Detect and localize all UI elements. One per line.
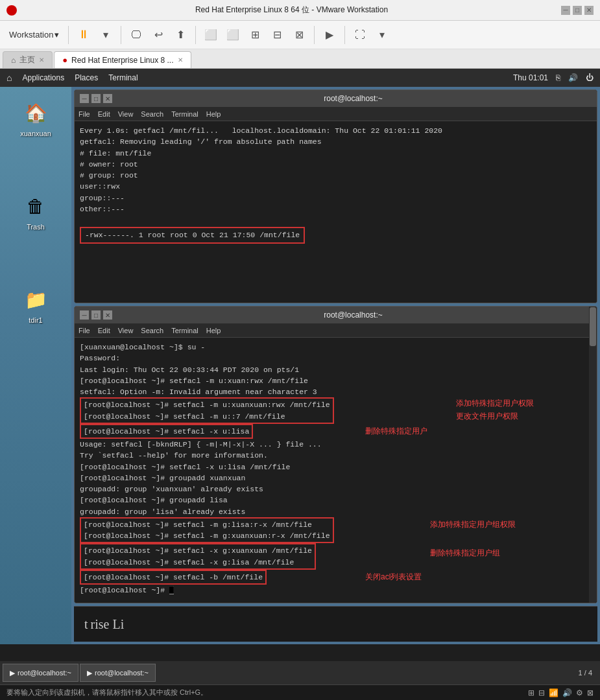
term2-line-4: setfacl: Option -m: Invalid argument nea…: [80, 386, 592, 397]
gnome-applications[interactable]: Applications: [22, 73, 64, 82]
term1-close[interactable]: ✕: [103, 94, 112, 103]
title-bar: Red Hat Enterprise Linux 8 64 位 - VMware…: [0, 0, 600, 21]
term2-line-14: groupadd: group 'lisa' already exists: [80, 506, 592, 517]
term2-line-6: [root@localhost ~]# setfacl -m u::7 /mnt…: [84, 411, 330, 422]
term2-line-16: [root@localhost ~]# setfacl -m g:xuanxua…: [84, 530, 330, 541]
toolbar-btn-9[interactable]: ⊟: [267, 25, 287, 45]
term1-menu-search[interactable]: Search: [141, 110, 163, 118]
taskbar-item-2[interactable]: ▶ root@localhost:~: [80, 664, 156, 682]
toolbar-btn-4[interactable]: ↩: [149, 25, 168, 45]
bottom-partial-text: t rise Li: [74, 606, 597, 642]
term1-menu-view[interactable]: View: [118, 110, 134, 118]
term1-line8: group::---: [80, 192, 592, 204]
toolbar-btn-3[interactable]: 🖵: [126, 25, 146, 45]
term1-maximize[interactable]: □: [91, 94, 101, 103]
gnome-audio-icon[interactable]: 🔊: [568, 73, 578, 82]
term2-scrollbar[interactable]: [589, 307, 597, 603]
gnome-network-icon: ⎘: [556, 73, 560, 82]
term2-menu-terminal[interactable]: Terminal: [171, 327, 198, 334]
gnome-terminal-menu[interactable]: Terminal: [108, 73, 138, 82]
toolbar-btn-5[interactable]: ⬆: [171, 25, 190, 45]
xuanxuan-icon: 🏠: [20, 97, 51, 128]
dropdown-button[interactable]: ▾: [372, 25, 392, 45]
term1-menubar: File Edit View Search Terminal Help: [75, 107, 597, 121]
desktop-icon-xuanxuan[interactable]: 🏠 xuanxuan: [16, 93, 55, 141]
taskbar-item-2-icon: ▶: [87, 669, 92, 677]
taskbar: ▶ root@localhost:~ ▶ root@localhost:~ 1 …: [0, 661, 600, 684]
terminal-button[interactable]: ▶: [320, 25, 339, 45]
status-icon-4: 🔊: [562, 688, 572, 697]
term1-title: root@localhost:~: [115, 94, 592, 103]
minimize-button[interactable]: ─: [561, 6, 570, 15]
status-text: 要将输入定向到该虚拟机，请将鼠标指针移入其中或按 Ctrl+G。: [6, 688, 208, 697]
toolbar-btn-6[interactable]: ⬜: [201, 25, 221, 45]
toolbar-sep-3: [195, 26, 196, 44]
tab-rhel-icon: ●: [62, 55, 67, 65]
taskbar-item-1-label: root@localhost:~: [18, 669, 71, 677]
trash-icon: 🗑: [20, 191, 51, 222]
gnome-places[interactable]: Places: [75, 73, 98, 82]
main-toolbar: Workstation ▾ ⏸ ▾ 🖵 ↩ ⬆ ⬜ ⬜ ⊞ ⊟ ⊠ ▶ ⛶ ▾: [0, 21, 600, 49]
term1-minimize[interactable]: ─: [80, 94, 89, 103]
taskbar-item-2-label: root@localhost:~: [95, 669, 149, 677]
gnome-power-icon[interactable]: ⏻: [586, 73, 594, 82]
term2-group4: [root@localhost ~]# setfacl -x g:xuanxua…: [80, 543, 592, 570]
term2-menu-help[interactable]: Help: [206, 327, 221, 334]
term2-scrollthumb[interactable]: [590, 307, 596, 346]
status-icon-3: 📶: [549, 688, 558, 697]
tdir1-label: tdir1: [29, 316, 42, 324]
tab-home[interactable]: ⌂ 主页 ✕: [3, 51, 53, 68]
tdir1-icon: 📁: [20, 284, 51, 315]
workstation-menu-button[interactable]: Workstation ▾: [5, 27, 63, 42]
term2-menu-file[interactable]: File: [78, 327, 90, 334]
term2-menu-search[interactable]: Search: [141, 327, 163, 334]
term1-menu-file[interactable]: File: [78, 110, 90, 118]
term1-menu-help[interactable]: Help: [206, 110, 221, 118]
term2-highlight2: [root@localhost ~]# setfacl -x u:lisa: [80, 424, 253, 439]
tab-rhel-close[interactable]: ✕: [178, 56, 183, 64]
term1-menu-edit[interactable]: Edit: [98, 110, 110, 118]
trash-label: Trash: [27, 223, 45, 231]
gnome-home-icon: ⌂: [6, 73, 12, 83]
term2-line-3: [root@localhost ~]# setfacl -m u:xuan:rw…: [80, 375, 592, 386]
term2-highlight4: [root@localhost ~]# setfacl -x g:xuanxua…: [80, 543, 316, 570]
term2-line-1: Password:: [80, 353, 592, 364]
taskbar-item-1[interactable]: ▶ root@localhost:~: [3, 664, 78, 682]
term2-line-20: [root@localhost ~]# █: [80, 585, 592, 596]
terminal-area: ─ □ ✕ root@localhost:~ File Edit View Se…: [71, 87, 600, 644]
term2-line-8: Usage: setfacl [-bkndRLP] { -m|-M|-x|-X …: [80, 439, 592, 450]
maximize-button[interactable]: □: [573, 6, 582, 15]
term2-minimize[interactable]: ─: [80, 310, 89, 320]
term2-menu-view[interactable]: View: [118, 327, 134, 334]
term2-line-13: [root@localhost ~]# groupadd lisa: [80, 495, 592, 506]
tab-rhel[interactable]: ● Red Hat Enterprise Linux 8 ... ✕: [54, 51, 191, 68]
desktop-icon-trash[interactable]: 🗑 Trash: [16, 187, 55, 235]
toolbar-btn-10[interactable]: ⊠: [289, 25, 309, 45]
term2-close[interactable]: ✕: [103, 310, 112, 320]
term1-menu-terminal[interactable]: Terminal: [171, 110, 198, 118]
term1-highlighted-text: -rwx------. 1 root root 0 Oct 21 17:50 /…: [85, 229, 300, 240]
fullscreen-button[interactable]: ⛶: [350, 25, 370, 45]
status-icon-2: ⊟: [538, 688, 545, 697]
toolbar-sep-4: [314, 26, 315, 44]
status-icon-5: ⚙: [576, 688, 583, 697]
toolbar-btn-7[interactable]: ⬜: [223, 25, 243, 45]
pause-button[interactable]: ⏸: [74, 25, 93, 45]
close-button[interactable]: ✕: [584, 6, 594, 15]
toolbar-btn-2[interactable]: ▾: [96, 25, 115, 45]
desktop-icon-tdir1[interactable]: 📁 tdir1: [16, 280, 55, 328]
term2-annotation-group1: 添加特殊指定用户权限 更改文件用户权限: [456, 397, 534, 422]
tab-home-close[interactable]: ✕: [39, 56, 44, 64]
term2-titlebar: ─ □ ✕ root@localhost:~: [75, 307, 597, 323]
toolbar-btn-8[interactable]: ⊞: [245, 25, 265, 45]
term2-highlight3: [root@localhost ~]# setfacl -m g:lisa:r-…: [80, 517, 334, 544]
main-area: 🏠 xuanxuan 🗑 Trash 📁 tdir1 ─ □ ✕ root@lo…: [0, 87, 600, 644]
term2-menu-edit[interactable]: Edit: [98, 327, 110, 334]
toolbar-sep-5: [344, 26, 345, 44]
annotation-change-file-perm: 更改文件用户权限: [456, 410, 534, 422]
workstation-label: Workstation: [9, 30, 53, 40]
gnome-topbar-left: ⌂ Applications Places Terminal: [6, 73, 138, 83]
term1-titlebar: ─ □ ✕ root@localhost:~: [75, 90, 597, 107]
term2-maximize[interactable]: □: [91, 310, 101, 320]
term2-line-0: [xuanxuan@localhost ~]$ su -: [80, 342, 592, 353]
